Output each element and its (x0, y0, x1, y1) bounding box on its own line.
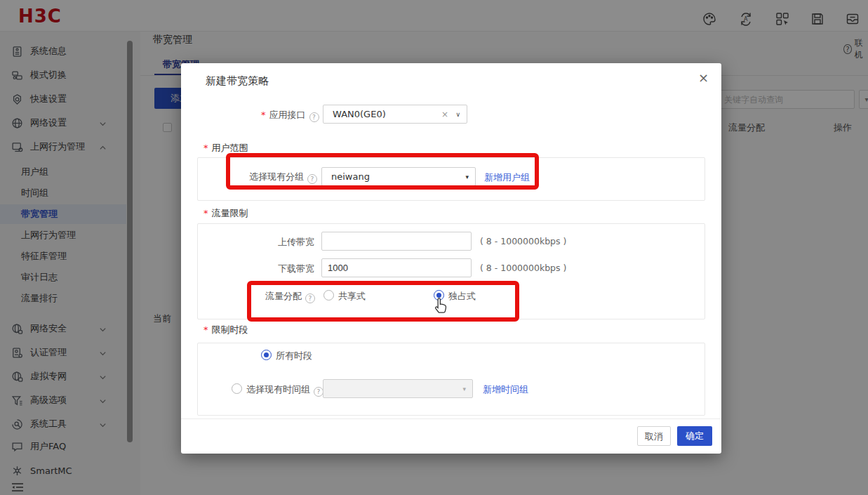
help-icon[interactable]: ? (305, 293, 315, 303)
download-bandwidth-label: 下载带宽 (267, 263, 314, 275)
modal-footer: 取消 确定 (181, 418, 721, 454)
select-caret-icon: ▾ (465, 173, 469, 180)
user-scope-section-label: *用户范围 (203, 142, 248, 154)
page: H3C A 系统信息 模式切换 快速设置 (0, 0, 868, 495)
traffic-limit-section-label: *流量限制 (203, 207, 248, 220)
help-icon[interactable]: ? (309, 112, 319, 122)
shared-mode-radio-label[interactable]: 共享式 (338, 290, 366, 303)
required-star: * (261, 110, 266, 120)
help-icon[interactable]: ? (307, 174, 317, 184)
shared-mode-radio[interactable] (323, 290, 334, 301)
clear-icon[interactable]: × (441, 110, 448, 119)
close-icon[interactable]: × (698, 72, 709, 84)
upload-bandwidth-hint: ( 8 - 1000000kbps ) (480, 236, 566, 246)
new-bandwidth-policy-modal: 新建带宽策略 × *应用接口? WAN0(GE0) × ∨ *用户范围 选择现有… (181, 63, 721, 454)
add-user-group-link[interactable]: 新增用户组 (484, 171, 530, 184)
existing-time-group-radio[interactable] (232, 383, 242, 394)
required-star: * (203, 208, 208, 218)
cancel-button[interactable]: 取消 (637, 426, 671, 446)
download-bandwidth-hint: ( 8 - 1000000kbps ) (480, 263, 566, 273)
user-group-select[interactable]: neiwang ▾ (321, 167, 476, 186)
user-group-select-value: neiwang (331, 171, 370, 182)
interface-select[interactable]: WAN0(GE0) × ∨ (323, 105, 467, 124)
required-star: * (203, 324, 208, 335)
interface-field-label: *应用接口? (261, 109, 319, 122)
all-periods-radio-label[interactable]: 所有时段 (276, 350, 312, 362)
all-periods-radio[interactable] (261, 350, 272, 360)
select-group-label: 选择现有分组? (246, 171, 317, 184)
time-group-select: ▾ (323, 379, 473, 398)
time-limit-section-label: *限制时段 (203, 324, 248, 336)
modal-title: 新建带宽策略 (206, 74, 269, 88)
exclusive-mode-radio[interactable] (434, 290, 444, 301)
exclusive-mode-radio-label[interactable]: 独占式 (448, 290, 476, 303)
help-icon[interactable]: ? (314, 387, 323, 397)
upload-bandwidth-input[interactable] (321, 232, 472, 251)
upload-bandwidth-label: 上传带宽 (267, 236, 314, 249)
select-caret-icon: ▾ (462, 385, 466, 392)
confirm-button[interactable]: 确定 (677, 426, 712, 446)
download-bandwidth-input[interactable] (321, 258, 472, 277)
existing-time-group-radio-label[interactable]: 选择现有时间组? (246, 383, 323, 397)
required-star: * (203, 143, 208, 153)
interface-select-value: WAN0(GE0) (333, 109, 386, 119)
chevron-down-icon: ∨ (455, 111, 460, 118)
add-time-group-link[interactable]: 新增时间组 (483, 383, 528, 396)
traffic-allocation-label: 流量分配? (265, 290, 315, 303)
